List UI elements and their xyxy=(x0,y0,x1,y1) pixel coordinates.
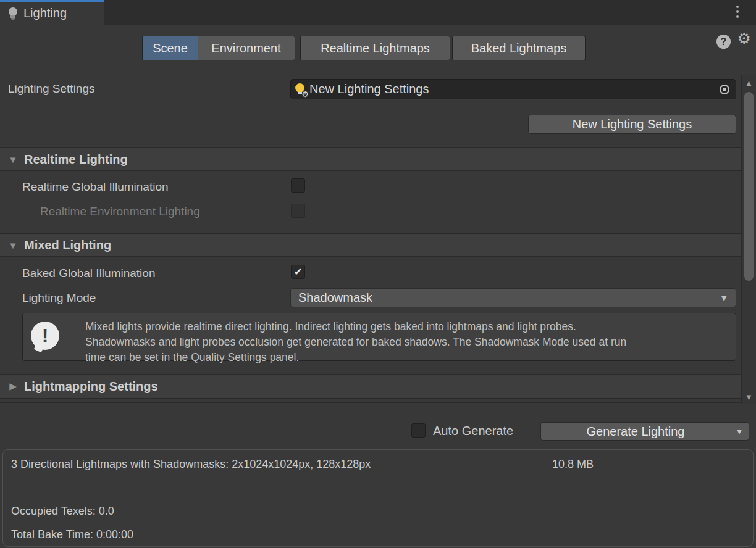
vertical-scrollbar[interactable]: ▲ ▼ xyxy=(741,75,756,404)
section-title: Lightmapping Settings xyxy=(24,380,158,394)
scrollview-bottom-divider xyxy=(0,402,756,403)
dropdown-arrow-icon: ▼ xyxy=(720,293,728,303)
object-picker-button[interactable] xyxy=(713,80,736,99)
help-icon[interactable]: ? xyxy=(716,35,731,49)
window-tab-bar: Lighting xyxy=(0,0,756,25)
info-text: Mixed lights provide realtime direct lig… xyxy=(85,319,626,365)
gear-icon[interactable]: ⚙ xyxy=(737,31,751,46)
object-picker-icon xyxy=(720,85,729,94)
lighting-settings-label: Lighting Settings xyxy=(8,82,95,96)
toolbar-tab-realtime-lightmaps[interactable]: Realtime Lightmaps xyxy=(300,36,450,60)
lightbulb-icon xyxy=(8,7,18,20)
generate-lighting-button-label: Generate Lighting xyxy=(541,425,730,439)
foldout-closed-icon: ▶ xyxy=(8,381,18,392)
section-header-realtime-lighting[interactable]: ▼ Realtime Lighting xyxy=(0,147,756,171)
total-bake-time-text: Total Bake Time: 0:00:00 xyxy=(11,528,133,541)
baked-gi-label: Baked Global Illumination xyxy=(22,267,155,280)
window-tab-title: Lighting xyxy=(23,6,67,20)
generate-lighting-dropdown-arrow-icon: ▾ xyxy=(730,426,749,436)
auto-generate-checkbox[interactable] xyxy=(411,423,426,438)
toolbar-tab-baked-lightmaps[interactable]: Baked Lightmaps xyxy=(452,36,586,60)
lightmap-summary-text: 3 Directional Lightmaps with Shadowmasks… xyxy=(11,458,371,471)
toolbar-tab-realtime-lightmaps-label: Realtime Lightmaps xyxy=(321,41,430,56)
toolbar-tab-scene[interactable]: Scene xyxy=(142,36,198,60)
section-header-lightmapping-settings[interactable]: ▶ Lightmapping Settings xyxy=(0,374,756,399)
realtime-environment-lighting-label: Realtime Environment Lighting xyxy=(40,205,200,218)
toolbar-tab-baked-lightmaps-label: Baked Lightmaps xyxy=(471,41,567,56)
toolbar-tab-environment[interactable]: Environment xyxy=(198,36,295,60)
scroll-down-icon[interactable]: ▼ xyxy=(742,392,756,402)
bake-status-box: 3 Directional Lightmaps with Shadowmasks… xyxy=(2,449,754,547)
toolbar-tab-scene-label: Scene xyxy=(153,41,188,56)
new-lighting-settings-button[interactable]: New Lighting Settings xyxy=(528,115,736,134)
toolbar-tab-environment-label: Environment xyxy=(211,41,280,56)
lighting-window: Lighting Scene Environment Realtime Ligh… xyxy=(0,0,756,548)
info-text-line-3: time can be set in the Quality Settings … xyxy=(85,350,626,365)
section-title: Realtime Lighting xyxy=(24,152,128,167)
foldout-open-icon: ▼ xyxy=(8,154,18,165)
new-lighting-settings-button-label: New Lighting Settings xyxy=(573,117,692,131)
baked-gi-checkbox[interactable]: ✔ xyxy=(291,265,305,279)
kebab-menu-icon[interactable] xyxy=(734,6,741,18)
lighting-mode-label: Lighting Mode xyxy=(22,291,96,305)
lighting-settings-object-field[interactable]: ⚙ New Lighting Settings xyxy=(290,79,736,99)
mixed-lighting-info-box: ! Mixed lights provide realtime direct l… xyxy=(22,313,736,361)
checkmark-icon: ✔ xyxy=(294,266,302,278)
lighting-mode-dropdown[interactable]: Shadowmask ▼ xyxy=(290,288,736,307)
section-header-mixed-lighting[interactable]: ▼ Mixed Lighting xyxy=(0,233,756,257)
section-title: Mixed Lighting xyxy=(24,238,111,252)
info-text-line-1: Mixed lights provide realtime direct lig… xyxy=(85,319,626,334)
window-tab-lighting[interactable]: Lighting xyxy=(0,0,104,25)
foldout-open-icon: ▼ xyxy=(8,240,18,251)
lighting-settings-object-value: New Lighting Settings xyxy=(309,82,429,96)
realtime-gi-checkbox[interactable] xyxy=(291,178,305,193)
info-exclamation-icon: ! xyxy=(31,322,59,350)
realtime-gi-label: Realtime Global Illumination xyxy=(22,180,169,194)
lighting-settings-asset-icon: ⚙ xyxy=(295,83,308,96)
info-text-line-2: Shadowmasks and light probes occlusion g… xyxy=(85,334,626,350)
lightmap-size-text: 10.8 MB xyxy=(552,458,594,471)
occupied-texels-text: Occupied Texels: 0.0 xyxy=(11,505,114,518)
scroll-up-icon[interactable]: ▲ xyxy=(742,78,756,88)
generate-lighting-button[interactable]: Generate Lighting ▾ xyxy=(540,422,749,441)
realtime-environment-lighting-checkbox xyxy=(291,204,305,218)
lighting-mode-value: Shadowmask xyxy=(298,291,372,305)
auto-generate-label: Auto Generate xyxy=(433,424,513,438)
scrollbar-thumb[interactable] xyxy=(744,92,754,281)
